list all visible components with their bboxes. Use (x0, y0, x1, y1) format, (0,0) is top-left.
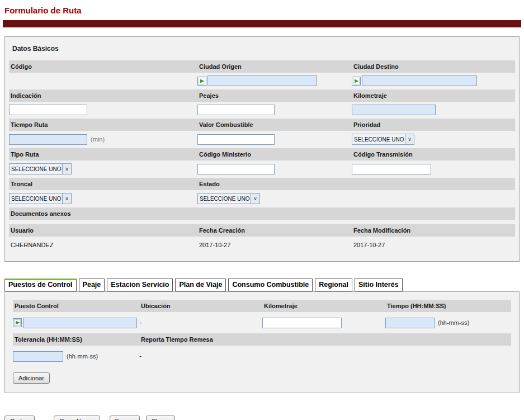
tolerancia-input[interactable] (13, 351, 63, 362)
form-actions: Grabar Crear Nuevo Buscar Clonar (4, 416, 524, 420)
input-row: SELECCIONE UNO ∨ (9, 161, 515, 178)
indicacion-input[interactable] (9, 105, 87, 115)
values-row: CHERNANDEZ 2017-10-27 2017-10-27 (9, 237, 515, 253)
tab-consumo-combustible[interactable]: Consumo Combustible (228, 279, 313, 291)
indicacion-cell (9, 105, 197, 115)
codigo-label: Código (9, 60, 197, 73)
lookup-icon[interactable] (13, 318, 22, 327)
label-band: Tiempo Ruta Valor Combustible Prioridad (9, 119, 515, 131)
chevron-down-icon: ∨ (251, 194, 259, 204)
label-band: Tolerancia (HH:MM:SS) Reporta Tiempo Rem… (13, 333, 511, 346)
page: Formulario de Ruta Datos Básicos Código … (0, 0, 524, 420)
label-band: Puesto Control Ubicación Kilometraje Tie… (13, 300, 511, 312)
usuario-value: CHERNANDEZ (9, 242, 197, 248)
select-value: SELECCIONE UNO (198, 196, 251, 202)
codigo-transmision-input[interactable] (352, 164, 431, 174)
ciudad-destino-cell (352, 75, 515, 86)
reporta-tiempo-remesa-label: Reporta Tiempo Remesa (139, 333, 262, 346)
kilometraje-input[interactable] (352, 105, 436, 115)
chevron-down-icon: ∨ (62, 194, 71, 204)
min-hint: (min) (91, 136, 105, 143)
chevron-down-icon: ∨ (62, 164, 71, 174)
ciudad-destino-input[interactable] (362, 75, 477, 86)
input-row: (min) SELECCIONE UNO ∨ (9, 131, 515, 148)
kilometraje-pc-label: Kilometraje (262, 300, 385, 312)
label-band: Indicación Peajes Kilometraje (9, 89, 515, 102)
chevron-down-icon: ∨ (405, 134, 414, 144)
tiempo-input[interactable] (385, 318, 435, 328)
spacer (9, 220, 515, 224)
label-band: Troncal Estado (9, 178, 515, 190)
reporta-tiempo-remesa-value: - (139, 352, 262, 360)
tiempo-ruta-label: Tiempo Ruta (9, 119, 197, 131)
empty-label (352, 178, 515, 190)
lookup-icon[interactable] (352, 77, 361, 86)
tab-peaje[interactable]: Peaje (79, 279, 105, 291)
troncal-select[interactable]: SELECCIONE UNO ∨ (9, 193, 72, 204)
prioridad-label: Prioridad (352, 119, 515, 131)
peajes-input[interactable] (197, 105, 275, 115)
estado-label: Estado (197, 178, 352, 190)
label-band: Usuario Fecha Creación Fecha Modificació… (9, 224, 515, 237)
tab-puestos-de-control[interactable]: Puestos de Control (4, 279, 77, 291)
fecha-creacion-value: 2017-10-27 (197, 242, 352, 248)
tipo-ruta-cell: SELECCIONE UNO ∨ (9, 163, 197, 174)
usuario-label: Usuario (9, 224, 197, 237)
estado-cell: SELECCIONE UNO ∨ (197, 193, 352, 204)
adicionar-button[interactable]: Adicionar (13, 372, 50, 384)
puesto-control-cell (13, 318, 139, 328)
grabar-button[interactable]: Grabar (4, 416, 35, 420)
fecha-modificacion-label: Fecha Modificación (352, 224, 515, 237)
select-value: SELECCIONE UNO (352, 136, 405, 143)
puestos-de-control-panel: Puesto Control Ubicación Kilometraje Tie… (4, 291, 520, 393)
prioridad-cell: SELECCIONE UNO ∨ (352, 134, 515, 145)
kilometraje-pc-input[interactable] (262, 318, 342, 328)
empty-label (385, 333, 511, 346)
select-value: SELECCIONE UNO (10, 166, 62, 172)
tab-estacion-servicio[interactable]: Estacion Servicio (107, 279, 173, 291)
troncal-label: Troncal (9, 178, 197, 190)
input-row: SELECCIONE UNO ∨ SELECCIONE UNO ∨ (9, 190, 515, 207)
codigo-transmision-cell (352, 164, 515, 174)
lookup-icon[interactable] (197, 77, 206, 86)
codigo-ministerio-cell (197, 164, 352, 174)
codigo-transmision-label: Código Transmisión (352, 148, 515, 161)
tab-plan-de-viaje[interactable]: Plan de Viaje (175, 279, 226, 291)
tiempo-label: Tiempo (HH:MM:SS) (385, 300, 511, 312)
ubicacion-label: Ubicación (139, 300, 262, 312)
tolerancia-label: Tolerancia (HH:MM:SS) (13, 333, 139, 346)
estado-select[interactable]: SELECCIONE UNO ∨ (197, 193, 260, 204)
tab-regional[interactable]: Regional (315, 279, 352, 291)
kilometraje-label: Kilometraje (352, 89, 515, 102)
page-title: Formulario de Ruta (0, 0, 524, 15)
tiempo-ruta-input[interactable] (9, 134, 87, 145)
select-value: SELECCIONE UNO (10, 196, 62, 202)
tiempo-cell: (hh-mm-ss) (385, 318, 511, 328)
valor-combustible-input[interactable] (197, 134, 275, 145)
hhmmss-hint: (hh-mm-ss) (67, 353, 98, 360)
puesto-control-input[interactable] (23, 318, 137, 328)
peajes-cell (197, 105, 352, 115)
prioridad-select[interactable]: SELECCIONE UNO ∨ (352, 134, 414, 145)
crear-nuevo-button[interactable]: Crear Nuevo (54, 416, 100, 420)
valor-combustible-cell (197, 134, 352, 145)
tipo-ruta-label: Tipo Ruta (9, 148, 197, 161)
buscar-button[interactable]: Buscar (110, 416, 140, 420)
codigo-ministerio-input[interactable] (197, 164, 275, 174)
tipo-ruta-select[interactable]: SELECCIONE UNO ∨ (9, 163, 72, 174)
clonar-button[interactable]: Clonar (146, 416, 175, 420)
label-band: Tipo Ruta Código Ministerio Código Trans… (9, 148, 515, 161)
input-row (9, 73, 515, 89)
datos-basicos-legend: Datos Básicos (12, 45, 515, 53)
ciudad-origen-input[interactable] (207, 75, 317, 86)
add-row: Adicionar (13, 372, 511, 384)
input-row (9, 102, 515, 119)
peajes-label: Peajes (197, 89, 352, 102)
indicacion-label: Indicación (9, 89, 197, 102)
hhmmss-hint: (hh-mm-ss) (438, 319, 469, 326)
tab-sitio-interes[interactable]: Sitio Interés (355, 279, 403, 291)
ubicacion-value: - (139, 319, 262, 327)
documentos-anexos-label: Documentos anexos (9, 207, 515, 220)
tiempo-ruta-cell: (min) (9, 134, 197, 145)
kilometraje-pc-cell (262, 318, 385, 328)
